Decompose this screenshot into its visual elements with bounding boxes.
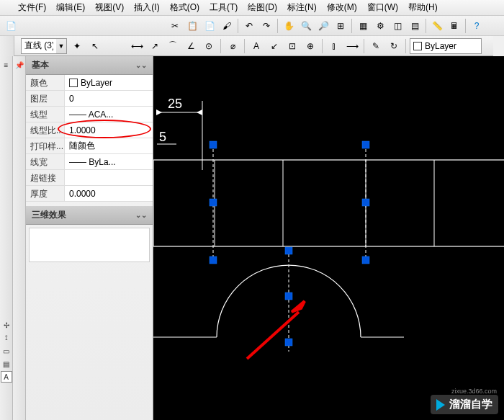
zoom-window-icon[interactable]: ⊞ xyxy=(333,18,348,34)
menu-window[interactable]: 窗口(W) xyxy=(362,0,403,16)
dim-edit-icon[interactable]: ✎ xyxy=(368,38,384,54)
svg-text:5: 5 xyxy=(159,130,166,144)
svg-rect-20 xyxy=(210,256,217,264)
panel-header-3d[interactable]: 三维效果 ⌄⌄ xyxy=(26,206,153,225)
brush-icon[interactable]: 🖌 xyxy=(219,18,235,34)
rail-axis-icon[interactable]: ✢ xyxy=(1,319,12,331)
properties-panel: 基本 ⌄⌄ 颜色 ByLayer 图层 0 线型 —— ACA... 线型比..… xyxy=(26,56,153,420)
dim-diameter-icon[interactable]: ⌀ xyxy=(225,38,240,54)
prop-row-thickness[interactable]: 厚度 0.0000 xyxy=(26,186,153,202)
toolbar-main: 📄 ✂ 📋 📄 🖌 ↶ ↷ ✋ 🔍 🔎 ⊞ ▦ ⚙ ◫ ▤ 📏 🖩 ? xyxy=(0,16,504,36)
svg-rect-26 xyxy=(285,339,292,346)
left-rail2: 📌 xyxy=(13,56,26,420)
table-icon[interactable]: ▤ xyxy=(407,18,423,34)
prop-row-linetypescale[interactable]: 线型比... 1.0000 xyxy=(26,122,153,138)
properties-icon[interactable]: ⚙ xyxy=(372,18,388,34)
tolerance-icon[interactable]: ⊡ xyxy=(284,38,300,54)
svg-rect-6 xyxy=(153,160,504,246)
collapse-icon-3d[interactable]: ⌄⌄ xyxy=(135,211,147,219)
center-icon[interactable]: ⊕ xyxy=(302,38,318,54)
panel-header-basic[interactable]: 基本 ⌄⌄ xyxy=(26,56,153,75)
measure-icon[interactable]: 📏 xyxy=(429,18,445,34)
dim-value: 25 xyxy=(168,97,182,111)
zoom-extents-icon[interactable]: 🔍 xyxy=(298,18,314,34)
block-icon[interactable]: ◫ xyxy=(390,18,405,34)
menu-format[interactable]: 格式(O) xyxy=(165,0,204,16)
preview-box xyxy=(29,228,150,262)
new-icon[interactable]: 📄 xyxy=(3,18,19,34)
menu-insert[interactable]: 插入(I) xyxy=(129,0,164,16)
rail-grip-icon[interactable]: ≡ xyxy=(1,59,12,71)
undo-icon[interactable]: ↶ xyxy=(241,18,257,34)
svg-line-27 xyxy=(247,312,299,359)
zoom-in-icon[interactable]: 🔎 xyxy=(315,18,331,34)
copy-icon[interactable]: 📋 xyxy=(184,18,200,34)
paste-icon[interactable]: 📄 xyxy=(202,18,217,34)
dim-radius-icon[interactable]: ⊙ xyxy=(201,38,217,54)
prop-row-hyperlink[interactable]: 超链接 xyxy=(26,170,153,186)
menu-tools[interactable]: 工具(T) xyxy=(204,0,243,16)
prop-row-plotstyle[interactable]: 打印样... 随颜色 xyxy=(26,138,153,154)
prop-row-color[interactable]: 颜色 ByLayer xyxy=(26,75,153,91)
menu-dimension[interactable]: 标注(N) xyxy=(282,0,322,16)
pan-icon[interactable]: ✋ xyxy=(281,18,297,34)
menu-modify[interactable]: 修改(M) xyxy=(322,0,362,16)
menu-draw[interactable]: 绘图(D) xyxy=(243,0,282,16)
help-icon[interactable]: ? xyxy=(469,18,485,34)
toolbar-secondary: ▼ ✦ ↖ ⟷ ↗ ⌒ ∠ ⊙ ⌀ A ↙ ⊡ ⊕ ⫿ ⟶ ✎ ↻ ByLaye… xyxy=(0,36,493,56)
prop-row-linetype[interactable]: 线型 —— ACA... xyxy=(26,107,153,122)
dim-arc-icon[interactable]: ⌒ xyxy=(165,38,181,54)
menu-view[interactable]: 视图(V) xyxy=(90,0,129,16)
leader-icon[interactable]: ↙ xyxy=(266,38,282,54)
svg-rect-19 xyxy=(210,199,217,206)
svg-rect-22 xyxy=(362,199,369,206)
collapse-icon[interactable]: ⌄⌄ xyxy=(135,61,147,69)
svg-marker-2 xyxy=(197,110,202,115)
select-icon[interactable]: ↖ xyxy=(87,38,103,54)
svg-marker-28 xyxy=(292,301,305,312)
dim-linear-icon[interactable]: ⟷ xyxy=(129,38,145,54)
svg-rect-18 xyxy=(210,141,217,148)
svg-rect-25 xyxy=(285,292,292,300)
bylayer-label: ByLayer xyxy=(425,41,456,51)
play-icon xyxy=(436,399,445,411)
calculator-icon[interactable]: 🖩 xyxy=(446,18,462,34)
dim-angular-icon[interactable]: ∠ xyxy=(183,38,199,54)
panel-title: 基本 xyxy=(32,59,49,71)
svg-rect-21 xyxy=(362,141,369,148)
pick-add-icon[interactable]: ✦ xyxy=(69,38,85,54)
prop-row-layer[interactable]: 图层 0 xyxy=(26,91,153,107)
menu-file[interactable]: 文件(F) xyxy=(13,0,51,16)
rail-view-icon[interactable]: ▭ xyxy=(1,345,12,357)
dim-aligned-icon[interactable]: ↗ xyxy=(147,38,163,54)
selection-input[interactable] xyxy=(22,40,56,53)
cad-drawing: 25 5 xyxy=(153,56,504,420)
panel-3d-title: 三维效果 xyxy=(32,209,66,221)
menubar: 文件(F) 编辑(E) 视图(V) 插入(I) 格式(O) 工具(T) 绘图(D… xyxy=(0,0,504,16)
watermark: 溜溜自学 xyxy=(431,395,498,414)
pin-icon[interactable]: 📌 xyxy=(14,59,25,71)
dim-update-icon[interactable]: ↻ xyxy=(386,38,402,54)
layer-icon[interactable]: ▦ xyxy=(355,18,371,34)
menu-help[interactable]: 帮助(H) xyxy=(403,0,443,16)
baseline-icon[interactable]: ⫿ xyxy=(326,38,342,54)
rail-layer-icon[interactable]: ▤ xyxy=(1,358,12,370)
swatch-icon xyxy=(413,42,422,50)
svg-rect-24 xyxy=(285,247,292,254)
prop-row-lineweight[interactable]: 线宽 —— ByLa... xyxy=(26,154,153,170)
text-icon[interactable]: A xyxy=(248,38,264,54)
svg-marker-3 xyxy=(156,110,162,115)
continue-icon[interactable]: ⟶ xyxy=(344,38,360,54)
menu-edit[interactable]: 编辑(E) xyxy=(51,0,90,16)
dropdown-icon[interactable]: ▼ xyxy=(56,39,66,53)
rail-ucs-icon[interactable]: ⟟ xyxy=(1,332,12,344)
drawing-canvas[interactable]: 25 5 xyxy=(153,56,504,420)
rail-text-icon[interactable]: A xyxy=(1,371,12,383)
svg-rect-23 xyxy=(362,256,369,264)
color-combo[interactable]: ByLayer xyxy=(410,38,482,54)
redo-icon[interactable]: ↷ xyxy=(258,18,274,34)
property-grid: 颜色 ByLayer 图层 0 线型 —— ACA... 线型比... 1.00… xyxy=(26,75,153,202)
color-swatch xyxy=(69,79,78,87)
cut-icon[interactable]: ✂ xyxy=(167,18,183,34)
selection-combo[interactable]: ▼ xyxy=(21,38,67,54)
